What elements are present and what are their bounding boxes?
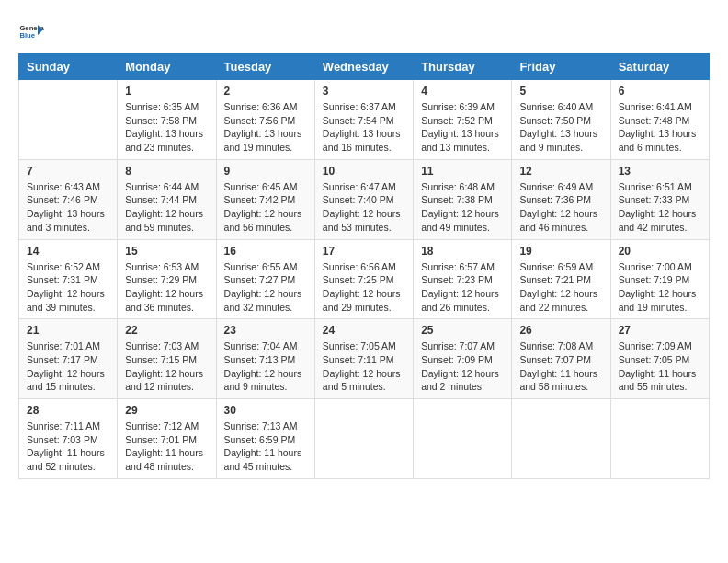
day-number: 29	[125, 404, 208, 417]
day-number: 11	[421, 165, 504, 178]
day-cell: 26Sunrise: 7:08 AMSunset: 7:07 PMDayligh…	[512, 319, 610, 399]
day-info: Sunrise: 7:03 AMSunset: 7:15 PMDaylight:…	[125, 339, 208, 394]
page-header: General Blue	[18, 18, 710, 44]
day-number: 1	[125, 85, 208, 98]
day-info: Sunrise: 6:55 AMSunset: 7:27 PMDaylight:…	[224, 260, 307, 315]
day-number: 23	[224, 324, 307, 337]
day-cell: 9Sunrise: 6:45 AMSunset: 7:42 PMDaylight…	[216, 159, 314, 239]
day-info: Sunrise: 6:48 AMSunset: 7:38 PMDaylight:…	[421, 180, 504, 235]
day-number: 18	[421, 245, 504, 258]
day-cell	[19, 80, 118, 160]
day-number: 26	[519, 324, 602, 337]
day-info: Sunrise: 6:57 AMSunset: 7:23 PMDaylight:…	[421, 260, 504, 315]
day-number: 20	[619, 245, 701, 258]
header-cell-thursday: Thursday	[414, 54, 512, 80]
day-number: 24	[323, 324, 405, 337]
day-cell: 15Sunrise: 6:53 AMSunset: 7:29 PMDayligh…	[118, 239, 216, 319]
day-cell: 12Sunrise: 6:49 AMSunset: 7:36 PMDayligh…	[512, 159, 610, 239]
day-info: Sunrise: 7:07 AMSunset: 7:09 PMDaylight:…	[421, 339, 504, 394]
day-cell: 30Sunrise: 7:13 AMSunset: 6:59 PMDayligh…	[216, 399, 314, 479]
day-cell: 20Sunrise: 7:00 AMSunset: 7:19 PMDayligh…	[610, 239, 709, 319]
logo-icon: General Blue	[18, 18, 44, 44]
day-cell: 4Sunrise: 6:39 AMSunset: 7:52 PMDaylight…	[414, 80, 512, 160]
day-info: Sunrise: 7:01 AMSunset: 7:17 PMDaylight:…	[27, 339, 109, 394]
day-cell: 8Sunrise: 6:44 AMSunset: 7:44 PMDaylight…	[118, 159, 216, 239]
header-row: SundayMondayTuesdayWednesdayThursdayFrid…	[19, 54, 710, 80]
day-cell: 13Sunrise: 6:51 AMSunset: 7:33 PMDayligh…	[610, 159, 709, 239]
day-info: Sunrise: 6:36 AMSunset: 7:56 PMDaylight:…	[224, 100, 307, 155]
header-cell-sunday: Sunday	[19, 54, 118, 80]
day-number: 2	[224, 85, 307, 98]
day-cell: 19Sunrise: 6:59 AMSunset: 7:21 PMDayligh…	[512, 239, 610, 319]
day-number: 16	[224, 245, 307, 258]
day-cell: 6Sunrise: 6:41 AMSunset: 7:48 PMDaylight…	[610, 80, 709, 160]
header-cell-monday: Monday	[118, 54, 216, 80]
day-number: 27	[619, 324, 701, 337]
day-cell: 25Sunrise: 7:07 AMSunset: 7:09 PMDayligh…	[414, 319, 512, 399]
day-info: Sunrise: 7:08 AMSunset: 7:07 PMDaylight:…	[519, 339, 602, 394]
day-info: Sunrise: 6:59 AMSunset: 7:21 PMDaylight:…	[519, 260, 602, 315]
calendar-body: 1Sunrise: 6:35 AMSunset: 7:58 PMDaylight…	[19, 80, 710, 479]
day-info: Sunrise: 6:45 AMSunset: 7:42 PMDaylight:…	[224, 180, 307, 235]
day-number: 25	[421, 324, 504, 337]
day-cell: 16Sunrise: 6:55 AMSunset: 7:27 PMDayligh…	[216, 239, 314, 319]
week-row-3: 14Sunrise: 6:52 AMSunset: 7:31 PMDayligh…	[19, 239, 710, 319]
day-info: Sunrise: 7:11 AMSunset: 7:03 PMDaylight:…	[27, 419, 109, 474]
day-cell: 17Sunrise: 6:56 AMSunset: 7:25 PMDayligh…	[314, 239, 413, 319]
day-number: 5	[519, 85, 602, 98]
day-info: Sunrise: 6:40 AMSunset: 7:50 PMDaylight:…	[519, 100, 602, 155]
day-cell	[314, 399, 413, 479]
header-cell-tuesday: Tuesday	[216, 54, 314, 80]
day-info: Sunrise: 6:44 AMSunset: 7:44 PMDaylight:…	[125, 180, 208, 235]
day-cell: 14Sunrise: 6:52 AMSunset: 7:31 PMDayligh…	[19, 239, 118, 319]
svg-text:Blue: Blue	[19, 31, 35, 40]
day-info: Sunrise: 7:13 AMSunset: 6:59 PMDaylight:…	[224, 419, 307, 474]
day-number: 4	[421, 85, 504, 98]
day-number: 22	[125, 324, 208, 337]
day-number: 21	[27, 324, 109, 337]
day-number: 9	[224, 165, 307, 178]
day-info: Sunrise: 6:41 AMSunset: 7:48 PMDaylight:…	[619, 100, 701, 155]
day-cell: 29Sunrise: 7:12 AMSunset: 7:01 PMDayligh…	[118, 399, 216, 479]
week-row-5: 28Sunrise: 7:11 AMSunset: 7:03 PMDayligh…	[19, 399, 710, 479]
day-info: Sunrise: 7:00 AMSunset: 7:19 PMDaylight:…	[619, 260, 701, 315]
day-cell: 1Sunrise: 6:35 AMSunset: 7:58 PMDaylight…	[118, 80, 216, 160]
week-row-2: 7Sunrise: 6:43 AMSunset: 7:46 PMDaylight…	[19, 159, 710, 239]
day-cell: 11Sunrise: 6:48 AMSunset: 7:38 PMDayligh…	[414, 159, 512, 239]
week-row-4: 21Sunrise: 7:01 AMSunset: 7:17 PMDayligh…	[19, 319, 710, 399]
day-cell: 23Sunrise: 7:04 AMSunset: 7:13 PMDayligh…	[216, 319, 314, 399]
day-cell	[610, 399, 709, 479]
header-cell-saturday: Saturday	[610, 54, 709, 80]
day-info: Sunrise: 6:39 AMSunset: 7:52 PMDaylight:…	[421, 100, 504, 155]
day-number: 10	[323, 165, 405, 178]
day-number: 14	[27, 245, 109, 258]
week-row-1: 1Sunrise: 6:35 AMSunset: 7:58 PMDaylight…	[19, 80, 710, 160]
day-number: 30	[224, 404, 307, 417]
day-cell: 10Sunrise: 6:47 AMSunset: 7:40 PMDayligh…	[314, 159, 413, 239]
day-info: Sunrise: 6:37 AMSunset: 7:54 PMDaylight:…	[323, 100, 405, 155]
day-cell: 21Sunrise: 7:01 AMSunset: 7:17 PMDayligh…	[19, 319, 118, 399]
day-info: Sunrise: 7:05 AMSunset: 7:11 PMDaylight:…	[323, 339, 405, 394]
header-cell-friday: Friday	[512, 54, 610, 80]
day-number: 13	[619, 165, 701, 178]
calendar-header: SundayMondayTuesdayWednesdayThursdayFrid…	[19, 54, 710, 80]
day-info: Sunrise: 6:49 AMSunset: 7:36 PMDaylight:…	[519, 180, 602, 235]
day-cell: 3Sunrise: 6:37 AMSunset: 7:54 PMDaylight…	[314, 80, 413, 160]
day-cell: 18Sunrise: 6:57 AMSunset: 7:23 PMDayligh…	[414, 239, 512, 319]
day-info: Sunrise: 6:52 AMSunset: 7:31 PMDaylight:…	[27, 260, 109, 315]
day-info: Sunrise: 6:35 AMSunset: 7:58 PMDaylight:…	[125, 100, 208, 155]
day-number: 28	[27, 404, 109, 417]
day-number: 7	[27, 165, 109, 178]
header-cell-wednesday: Wednesday	[314, 54, 413, 80]
day-number: 8	[125, 165, 208, 178]
day-info: Sunrise: 6:51 AMSunset: 7:33 PMDaylight:…	[619, 180, 701, 235]
day-number: 19	[519, 245, 602, 258]
day-info: Sunrise: 6:56 AMSunset: 7:25 PMDaylight:…	[323, 260, 405, 315]
day-info: Sunrise: 7:12 AMSunset: 7:01 PMDaylight:…	[125, 419, 208, 474]
day-cell: 7Sunrise: 6:43 AMSunset: 7:46 PMDaylight…	[19, 159, 118, 239]
day-cell	[512, 399, 610, 479]
day-info: Sunrise: 7:09 AMSunset: 7:05 PMDaylight:…	[619, 339, 701, 394]
day-number: 12	[519, 165, 602, 178]
day-cell	[414, 399, 512, 479]
day-info: Sunrise: 6:43 AMSunset: 7:46 PMDaylight:…	[27, 180, 109, 235]
